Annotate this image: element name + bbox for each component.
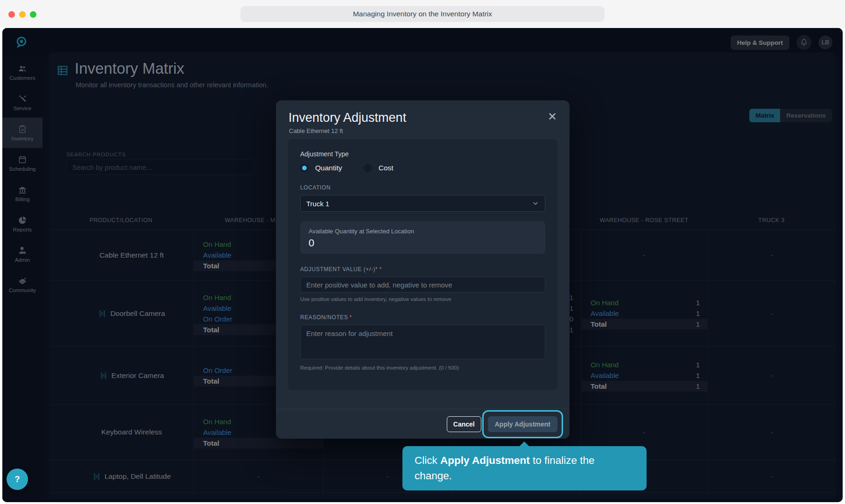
adjustment-value-input[interactable] [300,277,545,293]
radio-cost[interactable]: Cost [364,164,394,172]
window-chrome: Managing Inventory on the Inventory Matr… [0,0,845,28]
cancel-button[interactable]: Cancel [447,416,481,432]
available-quantity-box: Available Quantity at Selected Location … [300,221,545,254]
radio-quantity[interactable]: Quantity [300,164,342,172]
adjustment-value-helper: Use positive values to add inventory, ne… [300,296,545,302]
location-select[interactable]: Truck 1 [300,195,545,212]
adjustment-value-label: ADJUSTMENT VALUE (+/-)** [300,266,545,273]
modal-footer: Cancel Apply Adjustment [276,409,570,439]
maximize-window-button[interactable] [30,11,36,18]
radio-label: Cost [379,164,394,172]
tooltip-text: Click [415,455,440,466]
inventory-adjustment-modal: Inventory Adjustment Cable Ethernet 12 f… [276,100,570,439]
adjustment-type-radios: QuantityCost [300,164,545,172]
apply-adjustment-button[interactable]: Apply Adjustment [488,416,557,432]
radio-label: Quantity [315,164,342,172]
location-label: LOCATION [300,184,545,191]
location-select-value: Truck 1 [306,200,329,208]
help-fab-button[interactable]: ? [7,469,28,490]
coachmark-tooltip: Click Apply Adjustment to finalize the c… [402,446,647,490]
modal-title: Inventory Adjustment [289,111,406,125]
modal-form-panel: Adjustment Type QuantityCost LOCATION Tr… [288,139,557,390]
reason-notes-label: REASON/NOTES* [300,314,545,321]
available-quantity-label: Available Quantity at Selected Location [309,228,537,235]
radio-circle-icon [300,164,309,172]
adjustment-type-label: Adjustment Type [300,150,545,158]
available-quantity-value: 0 [309,237,537,249]
tooltip-bold-text: Apply Adjustment [440,455,530,466]
required-asterisk: * [350,314,352,321]
close-icon[interactable]: ✕ [545,110,559,124]
modal-subtitle: Cable Ethernet 12 ft [289,127,343,134]
window-title: Managing Inventory on the Inventory Matr… [240,6,605,22]
close-window-button[interactable] [8,11,15,18]
app-window: Help & Support LB CustomersServiceInvent… [2,28,843,502]
reason-notes-textarea[interactable] [300,325,545,359]
required-asterisk: * [379,266,381,273]
chevron-down-icon [532,200,539,207]
radio-circle-icon [364,164,372,172]
minimize-window-button[interactable] [19,11,26,18]
reason-notes-helper: Required: Provide details about this inv… [300,365,545,371]
